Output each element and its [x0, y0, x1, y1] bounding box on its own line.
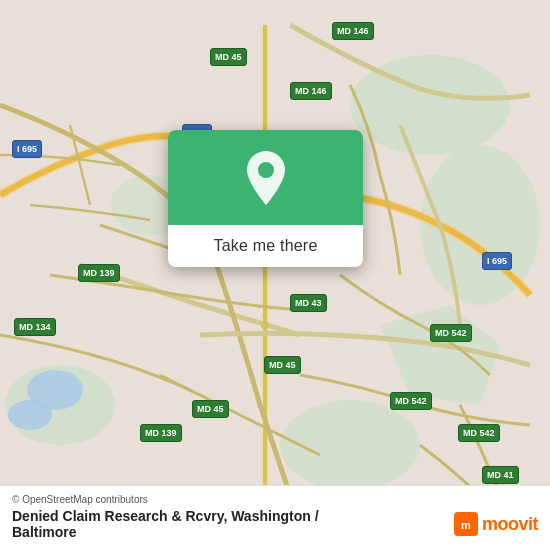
road-badge-md146-1: MD 146	[332, 22, 374, 40]
svg-point-10	[258, 162, 274, 178]
road-badge-md43: MD 43	[290, 294, 327, 312]
road-badge-md542-1: MD 542	[430, 324, 472, 342]
road-badge-i695-1: I 695	[12, 140, 42, 158]
road-badge-md139-2: MD 139	[140, 424, 182, 442]
location-pin-icon	[242, 149, 290, 207]
moovit-logo: m moovit	[454, 512, 538, 536]
road-badge-i695-3: I 695	[482, 252, 512, 270]
moovit-logo-icon: m	[454, 512, 478, 536]
road-badge-md41: MD 41	[482, 466, 519, 484]
popup-card: Take me there	[168, 130, 363, 267]
road-badge-md542-2: MD 542	[390, 392, 432, 410]
popup-card-bottom[interactable]: Take me there	[168, 225, 363, 267]
road-badge-md45-3: MD 45	[192, 400, 229, 418]
road-badge-md146-2: MD 146	[290, 82, 332, 100]
moovit-logo-text: moovit	[482, 514, 538, 535]
road-badge-md139-1: MD 139	[78, 264, 120, 282]
bottom-bar: © OpenStreetMap contributors Denied Clai…	[0, 485, 550, 550]
location-name: Denied Claim Research & Rcvry, Washingto…	[12, 508, 319, 524]
osm-attribution: © OpenStreetMap contributors	[12, 494, 538, 505]
take-me-there-button[interactable]: Take me there	[214, 237, 318, 255]
map-container: I 695 MD 45 MD 146 MD 146 I 695 I 695 MD…	[0, 0, 550, 550]
road-badge-md45-1: MD 45	[210, 48, 247, 66]
road-badge-md134: MD 134	[14, 318, 56, 336]
road-badge-md45-2: MD 45	[264, 356, 301, 374]
svg-point-9	[261, 321, 269, 329]
svg-point-8	[8, 400, 52, 430]
popup-card-top	[168, 130, 363, 225]
road-badge-md542-3: MD 542	[458, 424, 500, 442]
svg-text:m: m	[461, 519, 471, 531]
location-sub: Baltimore	[12, 524, 319, 540]
